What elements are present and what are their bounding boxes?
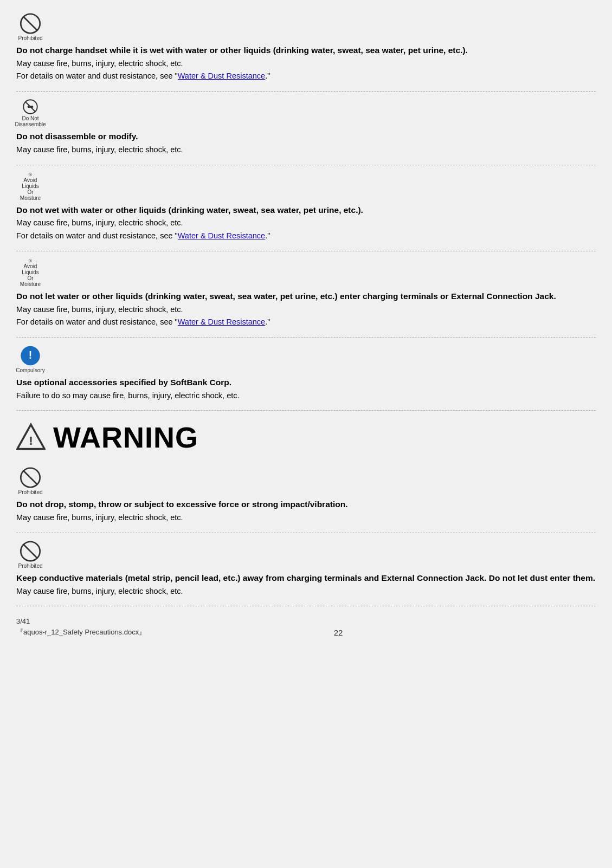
section-3-line-2: For details on water and dust resistance… [16,230,596,242]
section-1-icon-area: Prohibited [16,13,596,41]
svg-text:!: ! [29,435,33,448]
prohibited-label-3: Prohibited [18,563,42,569]
prohibited-label-1: Prohibited [18,35,42,41]
section-5-icon-area: ! Compulsory [16,345,596,373]
section-4-line-2: For details on water and dust resistance… [16,316,596,328]
footer-page-ref: 3/41 『aquos-r_12_Safety Precautions.docx… [16,617,146,636]
footer-left: 3/41 『aquos-r_12_Safety Precautions.docx… [16,616,146,637]
section-4-icon-area: Avoid LiquidsOr Moisture [16,259,596,287]
svg-text:!: ! [29,349,33,361]
section-1-line-1: May cause fire, burns, injury, electric … [16,58,596,70]
section-3-icon-area: Avoid LiquidsOr Moisture [16,173,596,201]
section-4: Avoid LiquidsOr Moisture Do not let wate… [16,251,596,338]
water-dust-link-2[interactable]: Water & Dust Resistance [178,231,265,240]
wsection-2-bold: Keep conductive materials (metal strip, … [16,572,596,584]
avoid-liquids-icon-2: Avoid LiquidsOr Moisture [16,259,44,287]
section-2: Do NotDisassemble Do not disassemble or … [16,92,596,165]
wsection-2-icon-area: Prohibited [16,541,596,569]
prohibited-icon-2: Prohibited [16,467,44,495]
section-2-bold: Do not disassemble or modify. [16,131,596,142]
svg-line-14 [23,471,38,485]
do-not-disassemble-label: Do NotDisassemble [15,115,46,127]
section-4-bold: Do not let water or other liquids (drink… [16,290,596,302]
section-5: ! Compulsory Use optional accessories sp… [16,338,596,411]
avoid-liquids-label-1: Avoid LiquidsOr Moisture [16,177,44,201]
section-3-bold: Do not wet with water or other liquids (… [16,204,596,216]
warning-triangle-icon: ! [16,423,46,452]
warning-title: WARNING [53,420,198,454]
wsection-1-bold: Do not drop, stomp, throw or subject to … [16,498,596,510]
footer-page-number: 22 [146,628,531,637]
prohibited-label-2: Prohibited [18,489,42,495]
section-1-line-2: For details on water and dust resistance… [16,70,596,82]
svg-line-6 [29,173,31,176]
section-5-line-1: Failure to do so may cause fire, burns, … [16,390,596,402]
svg-line-16 [23,544,38,559]
avoid-liquids-icon-1: Avoid LiquidsOr Moisture [16,173,44,201]
wsection-2-line-1: May cause fire, burns, injury, electric … [16,586,596,598]
compulsory-icon: ! Compulsory [16,345,44,373]
section-3-line-1: May cause fire, burns, injury, electric … [16,217,596,229]
prohibited-icon-3: Prohibited [16,541,44,569]
water-dust-link-1[interactable]: Water & Dust Resistance [178,72,265,80]
wsection-1-line-1: May cause fire, burns, injury, electric … [16,512,596,524]
section-2-icon-area: Do NotDisassemble [16,99,596,127]
wsection-2: Prohibited Keep conductive materials (me… [16,533,596,606]
warning-banner: ! WARNING [16,411,596,459]
page: Prohibited Do not charge handset while i… [0,0,612,868]
avoid-liquids-label-2: Avoid LiquidsOr Moisture [16,263,44,287]
section-1: Prohibited Do not charge handset while i… [16,5,596,92]
section-5-bold: Use optional accessories specified by So… [16,377,596,388]
water-dust-link-3[interactable]: Water & Dust Resistance [178,318,265,326]
prohibited-icon-1: Prohibited [16,13,44,41]
svg-line-8 [29,260,31,262]
svg-line-1 [23,16,38,31]
section-3: Avoid LiquidsOr Moisture Do not wet with… [16,165,596,251]
wsection-1-icon-area: Prohibited [16,467,596,495]
section-4-line-1: May cause fire, burns, injury, electric … [16,304,596,316]
footer: 3/41 『aquos-r_12_Safety Precautions.docx… [16,606,596,637]
compulsory-label: Compulsory [16,367,44,373]
section-1-bold: Do not charge handset while it is wet wi… [16,44,596,56]
do-not-disassemble-icon: Do NotDisassemble [16,99,44,127]
svg-line-4 [25,102,35,112]
wsection-1: Prohibited Do not drop, stomp, throw or … [16,459,596,533]
section-2-line-1: May cause fire, burns, injury, electric … [16,144,596,156]
